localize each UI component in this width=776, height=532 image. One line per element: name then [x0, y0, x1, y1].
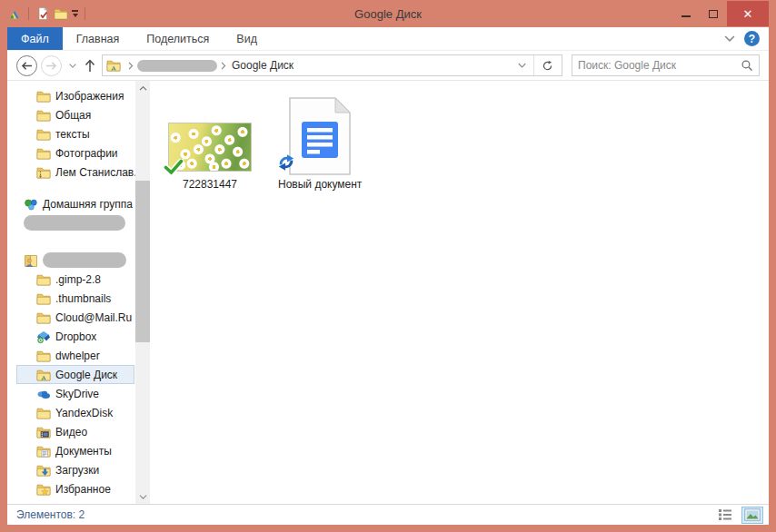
window-frame: ФайлГлавнаяПоделитьсяВид ? [7, 27, 769, 525]
sidebar-item[interactable]: Документы [16, 441, 134, 460]
sidebar-item[interactable]: Изображения [16, 86, 134, 105]
zip-folder-icon [36, 165, 51, 180]
folder-icon [36, 146, 51, 161]
window-controls: ✕ [672, 1, 776, 26]
ribbon-tab[interactable]: Поделиться [133, 27, 223, 50]
skydrive-icon [36, 387, 51, 401]
sidebar-item[interactable] [16, 251, 134, 270]
file-list-area[interactable]: 722831447 Новый документ [150, 81, 769, 504]
file-properties-icon[interactable] [35, 6, 50, 21]
file-name: Новый документ [278, 178, 362, 191]
sidebar-item[interactable]: .gimp-2.8 [16, 270, 134, 289]
file-tile-image[interactable]: 722831447 [168, 123, 252, 191]
scrollbar-thumb[interactable] [135, 181, 150, 342]
google-drive-logo-icon[interactable] [7, 6, 22, 21]
maximize-button[interactable] [700, 1, 727, 26]
sidebar-item[interactable]: Лем Станислав. [16, 163, 134, 182]
arrow-up-icon [84, 59, 96, 73]
sidebar-item[interactable]: Фотографии [16, 143, 134, 163]
chevron-up-icon [139, 86, 147, 91]
sidebar-item[interactable]: YandexDisk [16, 403, 134, 422]
refresh-icon [542, 60, 553, 72]
folder-icon [36, 127, 51, 142]
search-icon[interactable] [741, 59, 753, 72]
sidebar-item-label: Google Диск [55, 369, 117, 381]
sidebar-item-label: Избранное [55, 483, 111, 496]
refresh-button[interactable] [534, 60, 560, 72]
help-button[interactable]: ? [744, 31, 760, 46]
sidebar-item[interactable]: Dropbox [16, 327, 134, 346]
window-title: Google Диск [0, 7, 776, 21]
close-button[interactable]: ✕ [727, 1, 769, 26]
search-input[interactable] [578, 59, 741, 72]
sidebar-item[interactable]: Общая [16, 105, 134, 124]
folder-icon [36, 310, 51, 325]
navigation-pane: ИзображенияОбщаятекстыФотографииЛем Стан… [7, 81, 135, 504]
sidebar-item-label: .thumbnails [55, 292, 111, 305]
sidebar-item-label: dwhelper [55, 350, 100, 362]
minimize-button[interactable] [672, 1, 700, 26]
sidebar-item[interactable]: Cloud@Mail.Ru [16, 308, 134, 327]
ribbon-tab[interactable]: Файл [7, 27, 63, 50]
sync-in-progress-icon [276, 153, 296, 172]
scroll-up-button[interactable] [135, 81, 150, 95]
synced-check-icon [164, 159, 184, 175]
favorites-folder-icon [36, 482, 51, 497]
sidebar-item[interactable]: SkyDrive [16, 384, 134, 403]
sidebar-item[interactable]: .thumbnails [16, 289, 134, 308]
sidebar-item[interactable]: Избранное [16, 479, 134, 498]
google-drive-folder-icon [36, 368, 51, 382]
sidebar-scrollbar[interactable] [135, 81, 150, 504]
search-box [572, 54, 760, 76]
sidebar-item[interactable]: Загрузки [16, 460, 134, 479]
explorer-window: Google Диск ✕ ФайлГлавнаяПоделитьсяВид [0, 0, 776, 532]
file-tile-document[interactable]: Новый документ [278, 97, 362, 191]
breadcrumb-current-folder[interactable]: Google Диск [232, 59, 293, 72]
ribbon-tab[interactable]: Главная [63, 27, 134, 50]
ribbon-tabs: ФайлГлавнаяПоделитьсяВид [7, 27, 271, 50]
up-button[interactable] [84, 59, 96, 73]
chevron-down-icon [518, 63, 526, 68]
back-button[interactable] [16, 55, 37, 76]
address-dropdown-button[interactable] [511, 63, 533, 68]
arrow-right-icon [45, 61, 57, 71]
thumbnail-view-button[interactable] [741, 507, 763, 524]
sidebar-gap [7, 182, 135, 194]
homegroup-icon [24, 197, 38, 212]
quick-access-toolbar [0, 6, 88, 21]
address-bar[interactable]: Google Диск [102, 54, 562, 76]
sidebar-item-label: Документы [55, 445, 112, 458]
video-folder-icon [36, 425, 51, 439]
breadcrumb-chevron-icon [124, 62, 137, 70]
breadcrumb-chevron-icon [217, 62, 230, 70]
ribbon-tab[interactable]: Вид [223, 27, 271, 50]
sidebar-item[interactable]: тексты [16, 124, 134, 143]
folder-icon [36, 89, 51, 103]
forward-button[interactable] [41, 55, 62, 76]
new-folder-icon[interactable] [54, 6, 68, 21]
items-count: Элементов: 2 [16, 508, 85, 521]
google-drive-folder-icon [106, 58, 121, 73]
customize-quick-access-icon[interactable] [72, 10, 78, 17]
maximize-icon [709, 10, 718, 18]
sidebar-item[interactable] [16, 213, 134, 232]
sidebar-item[interactable]: Видео [16, 422, 134, 441]
expand-ribbon-button[interactable] [724, 35, 735, 42]
minimize-icon [681, 15, 691, 17]
sidebar-item[interactable]: Домашняя группа [16, 194, 134, 213]
censored-label [24, 215, 125, 231]
sidebar-gap [7, 232, 135, 251]
thumbnail-view-icon [744, 508, 761, 521]
main-area: ИзображенияОбщаятекстыФотографииЛем Стан… [7, 81, 769, 504]
details-view-button[interactable] [714, 507, 736, 524]
sidebar-item-label: Изображения [55, 90, 124, 103]
scroll-down-button[interactable] [135, 489, 150, 504]
recent-locations-dropdown[interactable] [69, 64, 76, 68]
sidebar-item[interactable]: Google Диск [16, 365, 134, 384]
sidebar-item-label: YandexDisk [55, 407, 113, 419]
sidebar-item-label: Видео [55, 426, 87, 438]
censored-label [43, 252, 126, 268]
documents-folder-icon [36, 444, 51, 458]
chevron-down-icon [69, 64, 76, 68]
sidebar-item[interactable]: dwhelper [16, 346, 134, 365]
